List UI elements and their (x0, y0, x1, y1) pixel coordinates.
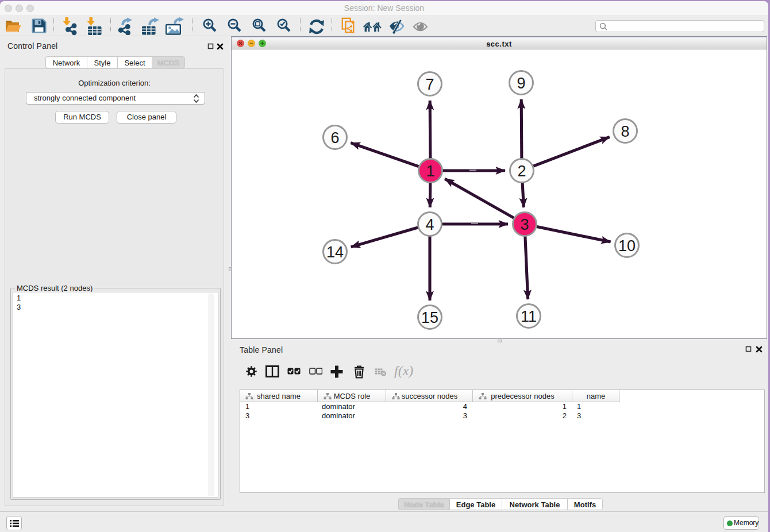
svg-text:2: 2 (517, 163, 526, 180)
svg-text:9: 9 (517, 75, 525, 92)
svg-text:15: 15 (421, 309, 438, 326)
svg-text:10: 10 (618, 237, 636, 255)
svg-text:4: 4 (425, 216, 434, 233)
svg-text:11: 11 (521, 308, 537, 325)
svg-text:3: 3 (520, 216, 529, 233)
svg-text:7: 7 (425, 76, 434, 93)
svg-text:14: 14 (326, 244, 344, 261)
svg-text:6: 6 (330, 129, 339, 147)
svg-text:8: 8 (621, 123, 629, 140)
svg-text:1: 1 (426, 163, 434, 180)
